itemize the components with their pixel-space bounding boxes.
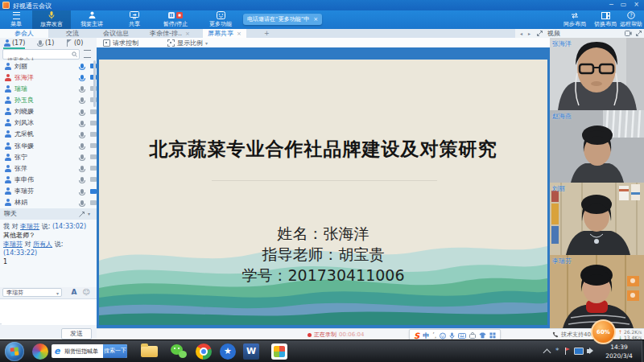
sync-layout-button[interactable]: 同步布局 [559, 10, 591, 29]
mic-icon[interactable] [80, 121, 84, 125]
tab-screen-share[interactable]: 屏幕共享× [203, 29, 246, 38]
mic-icon[interactable] [80, 86, 84, 91]
keyboard-icon[interactable] [458, 333, 466, 339]
video-feed[interactable]: 李瑞芬 [550, 255, 644, 329]
count-speaking[interactable]: (1) [37, 38, 54, 47]
taskbar-search-input[interactable] [63, 348, 105, 356]
mic-icon[interactable] [80, 154, 84, 159]
camera-icon[interactable] [90, 132, 97, 137]
participant-row[interactable]: 张萍 [0, 162, 97, 174]
tooltip-close-icon[interactable]: × [313, 16, 318, 23]
chat-header[interactable]: 聊天 ▾ [0, 208, 97, 220]
camera-icon[interactable] [90, 154, 97, 159]
language-toggle[interactable]: 中 [423, 331, 429, 340]
participant-row[interactable]: 张宁 [0, 151, 97, 162]
mic-icon[interactable] [80, 177, 84, 182]
camera-icon[interactable] [90, 189, 97, 194]
punctuation-toggle[interactable]: ’, [432, 332, 436, 339]
tray-expand-icon[interactable] [543, 349, 551, 357]
video-prev-icon[interactable]: ◂ [520, 29, 522, 38]
toolbox-icon[interactable] [469, 332, 476, 339]
request-present-button[interactable]: 我要主讲 [72, 10, 111, 29]
participant-row[interactable]: 李瑞芬 [0, 186, 97, 197]
minimize-button[interactable]: ─ [606, 1, 617, 9]
tab-shared-doc[interactable]: 李余佳-排..× [145, 29, 195, 38]
camera-icon[interactable] [90, 121, 97, 125]
chrome-icon[interactable] [196, 343, 212, 360]
network-icon[interactable] [574, 348, 584, 355]
participant-row[interactable]: 张华媛 [0, 140, 97, 151]
close-button[interactable]: × [631, 1, 642, 9]
font-button[interactable]: A [69, 288, 79, 297]
video-feed[interactable]: 刘丽 [550, 183, 644, 256]
chat-target-link[interactable]: 所有人 [33, 241, 52, 248]
remote-help-button[interactable]: ? 远程帮助 [618, 10, 644, 29]
chat-popout-icon[interactable] [79, 212, 85, 217]
search-icon[interactable] [72, 51, 77, 57]
wechat-icon[interactable] [171, 343, 188, 360]
grid-icon[interactable] [489, 332, 496, 339]
display-ratio-button[interactable]: 显示比例 ▾ [167, 38, 208, 47]
send-button[interactable]: 发送 [61, 328, 92, 339]
video-feed[interactable]: 张海洋 [550, 38, 644, 111]
video-next-icon[interactable]: ▸ [528, 29, 530, 38]
meeting-app-icon[interactable] [271, 343, 287, 360]
mic-icon[interactable] [80, 132, 84, 137]
give-up-speaking-button[interactable]: 放弃发言 [32, 10, 71, 29]
emoji-icon[interactable] [440, 332, 446, 339]
mic-icon[interactable] [80, 189, 84, 194]
participant-row[interactable]: 刘丽 [0, 60, 97, 72]
new-tab-button[interactable]: + [259, 29, 275, 38]
tab-participants[interactable]: 参会人 [0, 29, 48, 38]
action-center-icon[interactable] [565, 348, 571, 355]
recipient-dropdown[interactable]: 李瑞芬 ▾ [2, 288, 62, 297]
mic-icon[interactable] [80, 64, 84, 68]
close-tab-icon[interactable]: × [185, 31, 190, 37]
sogou-logo-icon[interactable]: S [414, 331, 419, 340]
participant-row[interactable]: 瑞瑞 [0, 83, 97, 94]
mic-icon[interactable] [80, 200, 84, 205]
voice-input-icon[interactable] [449, 332, 455, 339]
chat-input[interactable] [2, 301, 97, 325]
participant-row[interactable]: 尤采帆 [0, 129, 97, 140]
tab-chat[interactable]: 交流 [48, 29, 97, 38]
list-view-icon[interactable] [84, 50, 91, 58]
camera-icon[interactable] [90, 177, 97, 182]
explorer-icon[interactable] [141, 346, 158, 357]
tray-clock[interactable]: 14:39 2020/3/4 [597, 343, 641, 360]
skin-icon[interactable] [479, 332, 486, 339]
mic-icon[interactable] [80, 97, 84, 102]
word-icon[interactable]: W [243, 343, 259, 360]
camera-icon[interactable] [90, 200, 97, 205]
count-hands[interactable]: (0) [66, 38, 83, 47]
phone-invite-tooltip[interactable]: 电话邀请在“更多功能”中× [243, 14, 322, 25]
camera-icon[interactable] [90, 166, 97, 171]
share-button[interactable]: 共享 [118, 10, 151, 29]
camera-icon[interactable] [90, 109, 97, 114]
mic-icon[interactable] [80, 143, 84, 148]
tab-meeting-info[interactable]: 会议信息 [98, 29, 134, 38]
scrollbar[interactable] [93, 60, 96, 107]
chat-target-link[interactable]: 李瑞芬 [20, 223, 39, 230]
menu-button[interactable]: 菜单 [2, 10, 31, 29]
emoji-button[interactable]: ☺ [81, 288, 91, 297]
speed-ball[interactable]: 60% [591, 319, 616, 344]
chat-collapse-icon[interactable]: ▾ [88, 208, 90, 220]
participant-row[interactable]: 张海洋 [0, 72, 97, 83]
participant-row[interactable]: 李申伟 [0, 174, 97, 185]
chat-sender-link[interactable]: 李瑞芬 [3, 241, 23, 248]
mic-icon[interactable] [80, 75, 84, 80]
video-feed[interactable]: 赵海燕 [550, 110, 644, 183]
pause-stop-button[interactable]: 暂停/停止 [155, 10, 196, 29]
camera-icon[interactable] [90, 143, 97, 148]
taskbar-search-button[interactable]: 搜索一下 [103, 344, 127, 358]
maximize-button[interactable]: ▭ [618, 1, 629, 9]
participant-row[interactable]: 林娟 [0, 197, 97, 208]
more-features-button[interactable]: 更多功能 [201, 10, 240, 29]
mic-icon[interactable] [80, 166, 84, 171]
mic-icon[interactable] [80, 109, 84, 114]
participant-row[interactable]: 孙玉良 [0, 94, 97, 105]
count-participants[interactable]: (17) [3, 38, 25, 49]
star-app-icon[interactable]: ★ [220, 343, 236, 360]
volume-icon[interactable] [587, 349, 590, 353]
